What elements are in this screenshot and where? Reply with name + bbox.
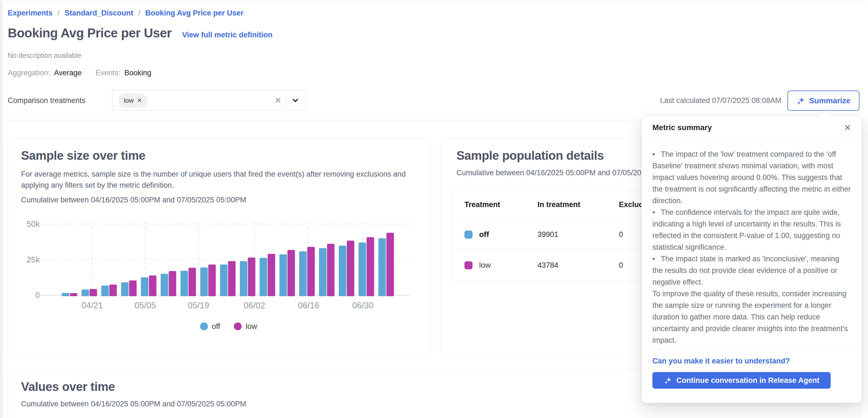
summarize-button[interactable]: Summarize — [787, 91, 860, 111]
treatment-name: low — [479, 261, 491, 270]
col-header-treatment: Treatment — [453, 201, 537, 209]
continue-conversation-button[interactable]: Continue conversation in Release Agent — [652, 372, 831, 389]
summary-bullet: • The impact of the 'low' treatment comp… — [652, 148, 851, 207]
aggregation-label: Aggregation: — [8, 69, 50, 77]
x-tick-label: 05/19 — [176, 301, 221, 310]
metric-description: No description available — [8, 52, 81, 60]
sample-size-chart — [47, 220, 410, 296]
in-treatment-value: 43784 — [537, 261, 619, 270]
y-tick-label: 25k — [16, 255, 40, 264]
summary-bullet: • The impact state is marked as 'Inconcl… — [652, 253, 851, 288]
title-row: Booking Avg Price per User View full met… — [8, 26, 273, 40]
select-clear-icon[interactable]: ✕ — [270, 95, 286, 105]
legend-dot — [234, 323, 242, 330]
treatment-color-swatch — [464, 231, 472, 239]
sample-size-cumulative: Cumulative between 04/16/2025 05:00PM an… — [21, 196, 246, 204]
comparison-treatments-select[interactable]: low ✕ ✕ — [112, 90, 306, 111]
summary-paragraph: To improve the quality of these results,… — [652, 288, 851, 346]
sample-size-title: Sample size over time — [21, 149, 145, 162]
last-calculated-text: Last calculated 07/07/2025 08:08AM — [660, 96, 781, 105]
breadcrumb-experiments[interactable]: Experiments — [8, 9, 53, 18]
popover-divider — [652, 139, 851, 139]
in-treatment-value: 39901 — [537, 230, 619, 239]
x-tick-label: 05/05 — [123, 301, 167, 310]
chart-legend: offlow — [47, 322, 410, 331]
summary-bullet: • The confidence intervals for the impac… — [652, 207, 851, 253]
easier-to-understand-link[interactable]: Can you make it easier to understand? — [652, 357, 851, 365]
treatment-color-swatch — [464, 261, 472, 269]
sparkles-icon — [664, 376, 672, 385]
select-divider — [286, 94, 287, 107]
sample-size-description: For average metrics, sample size is the … — [21, 169, 406, 191]
events-label: Events: — [95, 69, 120, 77]
events-value: Booking — [124, 69, 151, 77]
treatment-name: off — [479, 230, 489, 239]
legend-item[interactable]: off — [200, 322, 220, 331]
chevron-down-icon[interactable] — [289, 94, 302, 107]
popover-divider — [652, 350, 851, 350]
close-icon[interactable]: ✕ — [844, 123, 851, 132]
bar-chart-canvas — [47, 220, 410, 296]
x-tick-label: 04/21 — [70, 301, 114, 310]
breadcrumb-separator: / — [138, 9, 140, 18]
breadcrumb-metric-name[interactable]: Booking Avg Price per User — [145, 9, 244, 18]
legend-label: off — [212, 322, 220, 331]
metric-summary-title: Metric summary — [652, 123, 712, 132]
summarize-label: Summarize — [809, 96, 850, 105]
breadcrumb: Experiments / Standard_Discount / Bookin… — [8, 9, 244, 18]
x-tick-label: 06/16 — [286, 301, 331, 310]
popover-caret — [819, 110, 831, 122]
aggregation-value: Average — [54, 69, 82, 77]
legend-label: low — [246, 322, 257, 331]
col-header-in-treatment: In treatment — [537, 201, 619, 209]
treatment-chip-label: low — [124, 97, 134, 104]
page-title: Booking Avg Price per User — [8, 26, 172, 40]
metric-summary-body: • The impact of the 'low' treatment comp… — [652, 148, 851, 346]
sample-population-title: Sample population details — [457, 149, 604, 162]
sample-size-card: Sample size over time For average metric… — [8, 139, 430, 357]
view-full-metric-definition-link[interactable]: View full metric definition — [182, 31, 273, 39]
chip-remove-icon[interactable]: ✕ — [137, 97, 142, 104]
breadcrumb-experiment-name[interactable]: Standard_Discount — [65, 9, 133, 18]
treatment-chip-low[interactable]: low ✕ — [119, 94, 147, 107]
comparison-treatments-label: Comparison treatments — [8, 96, 86, 105]
legend-dot — [200, 323, 208, 330]
legend-item[interactable]: low — [234, 322, 257, 331]
values-over-time-title: Values over time — [21, 380, 115, 394]
breadcrumb-separator: / — [58, 9, 60, 18]
values-over-time-cumulative: Cumulative between 04/16/2025 05:00PM an… — [21, 400, 246, 408]
experiment-metric-page: Experiments / Standard_Discount / Bookin… — [2, 0, 868, 418]
y-tick-label: 50k — [16, 219, 40, 229]
sparkles-icon — [796, 96, 805, 105]
continue-conversation-label: Continue conversation in Release Agent — [677, 376, 819, 385]
metric-summary-popover: Metric summary ✕ • The impact of the 'lo… — [642, 116, 862, 403]
x-tick-label: 06/30 — [341, 301, 385, 310]
x-tick-label: 06/02 — [232, 301, 277, 310]
aggregation-row: Aggregation: Average Events: Booking — [8, 69, 151, 77]
